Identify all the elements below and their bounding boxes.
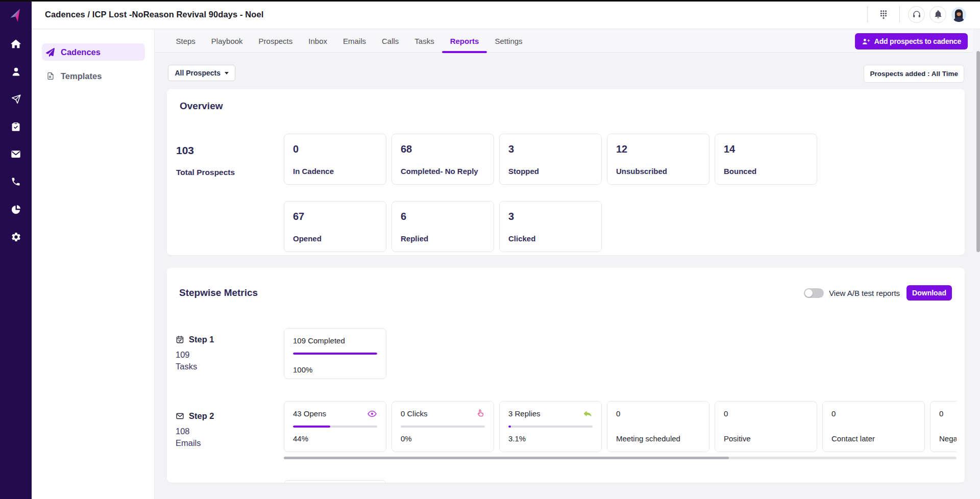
rail-item-tasks[interactable] [0, 113, 32, 140]
download-button[interactable]: Download [906, 285, 952, 301]
rail-item-reports[interactable] [0, 195, 32, 223]
stat-card-unsubscribed: 12 Unsubscribed [607, 134, 709, 185]
metric-card-clicks: 0 Clicks 0% [391, 401, 494, 452]
stepwise-title: Stepwise Metrics [179, 287, 258, 298]
ab-test-toggle[interactable] [804, 288, 824, 298]
header-divider [867, 6, 868, 22]
stat-card-completed-no-reply: 68 Completed- No Reply [391, 134, 494, 185]
rail-item-calls[interactable] [0, 168, 32, 195]
tab-prospects[interactable]: Prospects [251, 30, 301, 53]
gear-icon [11, 232, 21, 242]
rail-item-contacts[interactable] [0, 58, 32, 85]
person-plus-icon [862, 37, 870, 46]
metric-card-contact-later: 0 Contact later [822, 401, 925, 452]
total-prospects-label: Total Prospects [176, 167, 279, 177]
paper-plane-icon [46, 48, 55, 57]
stat-card-stopped: 3 Stopped [499, 134, 602, 185]
bell-icon [934, 10, 943, 19]
metric-card-meeting-scheduled: 0 Meeting scheduled [607, 401, 709, 452]
step-count: 108 Emails [176, 426, 284, 449]
progress-percent: 0% [401, 433, 485, 444]
calendar-check-icon [176, 335, 184, 344]
rail-item-emails[interactable] [0, 140, 32, 168]
step-count: 109 Tasks [176, 349, 284, 372]
tab-emails[interactable]: Emails [335, 30, 374, 53]
tab-settings[interactable]: Settings [487, 30, 530, 53]
envelope-icon [176, 412, 184, 420]
metric-card-positive: 0 Positive [715, 401, 817, 452]
total-prospects-stat: 103 Total Prospects [176, 134, 279, 185]
horizontal-scrollbar-thumb[interactable] [284, 457, 729, 459]
rail-item-settings[interactable] [0, 223, 32, 251]
tab-tasks[interactable]: Tasks [407, 30, 442, 53]
header-divider [899, 6, 900, 22]
stat-card-clicked: 3 Clicked [499, 201, 602, 252]
tab-playbook[interactable]: Playbook [203, 30, 251, 53]
progress-bar [293, 353, 377, 355]
stat-card-replied: 6 Replied [391, 201, 494, 252]
metric-card-negative: 0 Negative [930, 401, 957, 452]
progress-percent: 100% [293, 364, 377, 375]
vertical-scrollbar-thumb[interactable] [976, 51, 980, 252]
progress-percent: 3.1% [508, 433, 593, 444]
prospect-filter-dropdown[interactable]: All Prospects [168, 65, 235, 81]
avatar-photo [951, 7, 966, 22]
step-row-1: Step 1 109 Tasks 109 Completed 100% [167, 328, 965, 379]
progress-bar [401, 426, 485, 428]
mail-icon [10, 148, 21, 160]
main-content: Steps Playbook Prospects Inbox Emails Ca… [155, 30, 980, 499]
progress-bar [508, 426, 593, 428]
step-row-3-partial [284, 480, 965, 483]
caret-down-icon [225, 72, 229, 74]
add-prospects-button[interactable]: Add prospects to cadence [855, 33, 968, 49]
overview-title: Overview [167, 89, 965, 112]
ab-test-toggle-label: View A/B test reports [829, 289, 900, 297]
send-icon [11, 94, 21, 105]
paper-plane-logo-icon [8, 7, 24, 23]
tab-reports[interactable]: Reports [442, 30, 487, 53]
pie-chart-icon [11, 204, 21, 215]
metric-card-partial [284, 480, 386, 483]
rail-item-home[interactable] [0, 30, 32, 58]
secondary-sidebar: Cadences Templates [32, 30, 155, 499]
app-icon-rail [0, 0, 32, 499]
rail-item-cadences[interactable] [0, 85, 32, 113]
metric-card-completed: 109 Completed 100% [284, 328, 386, 379]
phone-icon [11, 177, 21, 187]
step-name: Step 1 [189, 334, 214, 345]
horizontal-scrollbar[interactable] [284, 457, 957, 459]
step-row-2: Step 2 108 Emails 43 Opens 44% [167, 401, 965, 452]
document-icon [46, 72, 55, 80]
prospects-added-filter[interactable]: Prospects added : All Time [864, 65, 964, 83]
top-header: Cadences / ICP Lost -NoReason Revival 90… [32, 0, 980, 29]
home-icon [10, 38, 21, 49]
app-logo[interactable] [0, 0, 32, 30]
grid-spacer [176, 201, 279, 252]
tab-calls[interactable]: Calls [374, 30, 407, 53]
progress-percent: 44% [293, 433, 377, 444]
eye-icon [367, 409, 377, 419]
reply-icon [582, 409, 593, 419]
screen-top-edge [0, 0, 980, 2]
sidebar-item-label: Templates [61, 71, 102, 81]
support-button[interactable] [908, 6, 925, 23]
user-avatar[interactable] [951, 7, 966, 22]
dialpad-icon [879, 9, 888, 20]
metric-card-replies: 3 Replies 3.1% [499, 401, 602, 452]
sidebar-item-templates[interactable]: Templates [42, 67, 145, 85]
sidebar-item-cadences[interactable]: Cadences [42, 43, 145, 61]
tab-bar: Steps Playbook Prospects Inbox Emails Ca… [155, 30, 980, 53]
headphones-icon [912, 10, 921, 19]
notifications-button[interactable] [929, 6, 946, 23]
dialpad-button[interactable] [879, 9, 888, 20]
metric-card-opens: 43 Opens 44% [284, 401, 386, 452]
tap-icon [475, 409, 485, 418]
person-icon [11, 66, 21, 77]
total-prospects-value: 103 [176, 144, 279, 157]
clipboard-check-icon [11, 121, 21, 132]
sidebar-item-label: Cadences [61, 47, 101, 57]
tab-steps[interactable]: Steps [168, 30, 203, 53]
overview-section: Overview 103 Total Prospects 0 In Cadenc… [167, 89, 965, 255]
tab-inbox[interactable]: Inbox [301, 30, 335, 53]
progress-bar [293, 426, 377, 428]
